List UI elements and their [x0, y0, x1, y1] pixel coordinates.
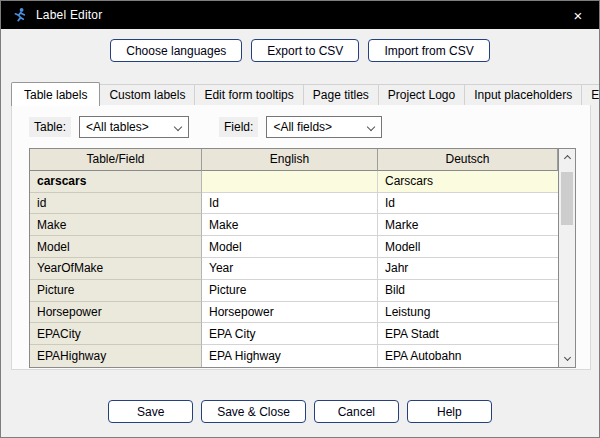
table-row[interactable]: EPACity EPA City EPA Stadt: [30, 323, 558, 345]
chevron-down-icon: [174, 123, 182, 131]
table-row[interactable]: id Id Id: [30, 193, 558, 215]
column-header-deutsch[interactable]: Deutsch: [378, 149, 558, 171]
cell-deutsch[interactable]: Carscars: [378, 171, 558, 193]
table-row[interactable]: carscars Carscars: [30, 171, 558, 193]
label-editor-dialog: Label Editor × Choose languages Export t…: [0, 0, 600, 438]
cell-english[interactable]: EPA Highway: [202, 345, 378, 367]
vertical-scrollbar[interactable]: [558, 149, 575, 367]
export-csv-button[interactable]: Export to CSV: [251, 39, 359, 62]
table-labels-panel: Table: <All tables> Field: <All fields> …: [11, 104, 591, 370]
titlebar: Label Editor ×: [1, 1, 599, 29]
field-filter-label: Field:: [219, 117, 258, 137]
running-person-icon: [11, 7, 27, 23]
cell-field[interactable]: Model: [30, 236, 202, 258]
table-filter-select[interactable]: <All tables>: [79, 116, 189, 138]
cell-deutsch[interactable]: Marke: [378, 214, 558, 236]
cell-english[interactable]: [202, 171, 378, 193]
cell-deutsch[interactable]: Id: [378, 193, 558, 215]
cell-english[interactable]: Year: [202, 258, 378, 280]
cell-deutsch[interactable]: Bild: [378, 280, 558, 302]
cell-field[interactable]: Make: [30, 214, 202, 236]
column-header-english[interactable]: English: [202, 149, 378, 171]
import-csv-button[interactable]: Import from CSV: [368, 39, 489, 62]
table-filter-value: <All tables>: [86, 120, 149, 134]
field-filter-select[interactable]: <All fields>: [266, 116, 382, 138]
chevron-down-icon: [367, 123, 375, 131]
labels-grid: Table/Field English Deutsch carscars Car…: [30, 149, 558, 367]
cell-field[interactable]: Picture: [30, 280, 202, 302]
cell-field[interactable]: Horsepower: [30, 302, 202, 324]
table-filter-label: Table:: [29, 117, 71, 137]
table-row[interactable]: Model Model Modell: [30, 236, 558, 258]
cell-english[interactable]: Make: [202, 214, 378, 236]
field-filter-value: <All fields>: [273, 120, 332, 134]
table-row[interactable]: EPAHighway EPA Highway EPA Autobahn: [30, 345, 558, 367]
help-button[interactable]: Help: [407, 400, 492, 423]
tab-input-placeholders[interactable]: Input placeholders: [465, 84, 582, 105]
tab-project-logo[interactable]: Project Logo: [379, 84, 465, 105]
close-icon[interactable]: ×: [557, 1, 599, 29]
tab-table-labels[interactable]: Table labels: [11, 82, 100, 106]
cell-deutsch[interactable]: EPA Stadt: [378, 323, 558, 345]
choose-languages-button[interactable]: Choose languages: [110, 39, 242, 62]
table-header-row: Table/Field English Deutsch: [30, 149, 558, 171]
labels-table: Table/Field English Deutsch carscars Car…: [29, 148, 576, 368]
tab-eu-cookie-banner[interactable]: EU cookie banner: [582, 84, 600, 105]
toolbar: Choose languages Export to CSV Import fr…: [1, 39, 599, 62]
cell-field[interactable]: id: [30, 193, 202, 215]
cell-deutsch[interactable]: Leistung: [378, 302, 558, 324]
table-row[interactable]: YearOfMake Year Jahr: [30, 258, 558, 280]
cell-field[interactable]: EPACity: [30, 323, 202, 345]
cell-english[interactable]: Picture: [202, 280, 378, 302]
tab-page-titles[interactable]: Page titles: [304, 84, 379, 105]
cell-english[interactable]: Id: [202, 193, 378, 215]
tab-custom-labels[interactable]: Custom labels: [100, 84, 195, 105]
footer-buttons: Save Save & Close Cancel Help: [1, 400, 599, 423]
table-row[interactable]: Picture Picture Bild: [30, 280, 558, 302]
tab-edit-form-tooltips[interactable]: Edit form tooltips: [195, 84, 303, 105]
window-title: Label Editor: [36, 8, 102, 22]
table-row[interactable]: Horsepower Horsepower Leistung: [30, 302, 558, 324]
cell-deutsch[interactable]: Modell: [378, 236, 558, 258]
cancel-button[interactable]: Cancel: [314, 400, 399, 423]
save-close-button[interactable]: Save & Close: [201, 400, 306, 423]
save-button[interactable]: Save: [108, 400, 193, 423]
scroll-down-icon[interactable]: [559, 349, 575, 366]
scroll-up-icon[interactable]: [559, 150, 575, 167]
cell-english[interactable]: EPA City: [202, 323, 378, 345]
filter-row: Table: <All tables> Field: <All fields>: [29, 116, 382, 138]
tab-bar: Table labels Custom labels Edit form too…: [11, 81, 589, 105]
cell-deutsch[interactable]: Jahr: [378, 258, 558, 280]
cell-field[interactable]: EPAHighway: [30, 345, 202, 367]
cell-field[interactable]: YearOfMake: [30, 258, 202, 280]
table-row[interactable]: Make Make Marke: [30, 214, 558, 236]
column-header-table-field[interactable]: Table/Field: [30, 149, 202, 171]
cell-field[interactable]: carscars: [30, 171, 202, 193]
cell-english[interactable]: Model: [202, 236, 378, 258]
scrollbar-thumb[interactable]: [561, 172, 573, 225]
cell-english[interactable]: Horsepower: [202, 302, 378, 324]
cell-deutsch[interactable]: EPA Autobahn: [378, 345, 558, 367]
